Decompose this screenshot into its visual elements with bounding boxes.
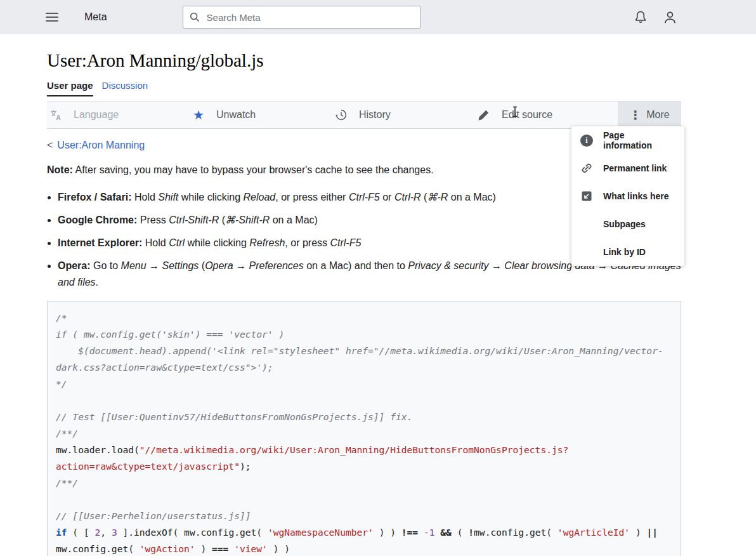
top-header: Meta xyxy=(0,0,756,34)
toolbar-language-button[interactable]: A Language xyxy=(47,102,190,128)
notifications-bell-icon[interactable] xyxy=(634,10,648,24)
toolbar-unwatch-button[interactable]: ★ Unwatch xyxy=(190,102,332,128)
toolbar-edit-source-label: Edit source xyxy=(502,109,552,121)
toolbar-more-label: More xyxy=(646,109,669,121)
menu-item-what-links-here[interactable]: What links here xyxy=(571,182,684,210)
svg-text:A: A xyxy=(56,114,61,121)
empty-icon-placeholder xyxy=(580,246,593,258)
user-account-icon[interactable] xyxy=(663,10,677,25)
history-icon xyxy=(335,109,348,121)
site-wordmark[interactable]: Meta xyxy=(84,11,107,23)
page-root: Meta User:Aron Manning/global.js User pa… xyxy=(0,0,756,556)
code-block: /*if ( mw.config.get('skin') === 'vector… xyxy=(47,301,681,556)
menu-item-link-by-id[interactable]: Link by ID xyxy=(571,238,684,266)
backlink-arrow: < xyxy=(47,140,53,150)
toolbar-unwatch-label: Unwatch xyxy=(216,109,256,121)
menu-item-what-links-here-label: What links here xyxy=(603,191,668,201)
toolbar-more-button[interactable]: ⋮ More xyxy=(618,102,681,128)
menu-item-permanent-link[interactable]: Permanent link xyxy=(571,154,684,182)
what-links-here-icon xyxy=(580,190,593,202)
star-icon: ★ xyxy=(192,109,205,121)
search-input[interactable] xyxy=(205,11,414,23)
menu-item-subpages-label: Subpages xyxy=(603,219,646,229)
toolbar-history-label: History xyxy=(359,109,391,121)
tab-user-page[interactable]: User page xyxy=(47,80,93,96)
edit-pencil-icon xyxy=(478,109,490,121)
more-dropdown-menu: i Page information Permanent link xyxy=(571,126,684,266)
menu-item-subpages[interactable]: Subpages xyxy=(571,210,684,238)
menu-item-link-by-id-label: Link by ID xyxy=(603,247,646,257)
parent-page-link[interactable]: User:Aron Manning xyxy=(57,140,145,150)
toolbar-edit-source-button[interactable]: Edit source xyxy=(475,102,618,128)
toolbar-history-button[interactable]: History xyxy=(332,102,475,128)
menu-item-page-information[interactable]: i Page information xyxy=(571,126,684,154)
ellipsis-icon: ⋮ xyxy=(629,109,638,121)
empty-icon-placeholder xyxy=(580,218,593,230)
page-actions-toolbar: A Language ★ Unwatch History xyxy=(47,101,681,129)
info-icon: i xyxy=(580,135,593,147)
tab-discussion[interactable]: Discussion xyxy=(102,80,148,96)
language-icon: A xyxy=(49,109,62,121)
link-icon xyxy=(580,162,593,175)
search-icon xyxy=(189,11,200,23)
page-tabs: User page Discussion xyxy=(47,80,681,96)
hamburger-menu-icon[interactable] xyxy=(46,10,58,24)
menu-item-page-information-label: Page information xyxy=(603,130,675,150)
toolbar-language-label: Language xyxy=(74,109,119,121)
search-box[interactable] xyxy=(183,6,420,29)
menu-item-permanent-link-label: Permanent link xyxy=(603,163,667,173)
page-title: User:Aron Manning/global.js xyxy=(47,50,681,71)
